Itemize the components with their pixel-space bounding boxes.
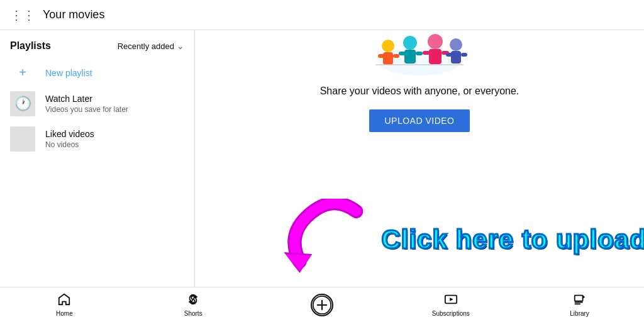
svg-rect-8	[416, 52, 423, 55]
svg-rect-10	[429, 49, 441, 64]
svg-marker-26	[582, 296, 585, 299]
sidebar-header: Playlists Recently added ⌄	[0, 38, 194, 59]
main-layout: Playlists Recently added ⌄ + New playlis…	[0, 30, 644, 287]
click-overlay: Click here to upload	[268, 199, 644, 280]
watch-later-meta: Videos you save for later	[45, 105, 128, 114]
svg-point-9	[428, 34, 443, 49]
liked-videos-item[interactable]: Liked videos No videos	[0, 121, 194, 157]
svg-marker-24	[450, 297, 453, 301]
add-circle-icon	[311, 294, 333, 316]
nav-library-label: Library	[570, 310, 589, 317]
page-title: Your movies	[43, 8, 104, 21]
nav-subscriptions-label: Subscriptions	[432, 310, 470, 317]
watch-later-item[interactable]: 🕐 Watch Later Videos you save for later	[0, 86, 194, 121]
svg-rect-4	[393, 54, 399, 58]
playlists-label: Playlists	[10, 40, 51, 52]
bottom-nav: Home Shorts Subscriptions	[0, 287, 644, 322]
svg-point-5	[403, 36, 417, 50]
sort-label: Recently added	[118, 42, 174, 51]
library-icon	[573, 292, 587, 309]
chevron-down-icon: ⌄	[177, 41, 184, 51]
watch-later-info: Watch Later Videos you save for later	[45, 94, 128, 114]
share-text: Share your videos with anyone, or everyo…	[320, 86, 519, 97]
watch-later-name: Watch Later	[45, 94, 128, 104]
liked-videos-name: Liked videos	[45, 129, 94, 139]
svg-point-1	[382, 40, 394, 52]
liked-videos-thumb	[10, 126, 35, 152]
header: ⋮⋮ Your movies	[0, 0, 644, 30]
svg-rect-6	[404, 50, 416, 64]
nav-library[interactable]: Library	[560, 292, 600, 317]
main-content: Share your videos with anyone, or everyo…	[195, 30, 644, 287]
new-playlist-item[interactable]: + New playlist	[0, 59, 194, 86]
svg-rect-11	[423, 51, 430, 55]
watch-later-thumb: 🕐	[10, 91, 35, 116]
upload-illustration	[369, 30, 470, 80]
liked-videos-info: Liked videos No videos	[45, 129, 94, 149]
liked-videos-meta: No videos	[45, 140, 94, 149]
nav-shorts[interactable]: Shorts	[173, 292, 213, 317]
new-playlist-label: New playlist	[45, 68, 92, 78]
nav-home-label: Home	[56, 310, 73, 317]
svg-rect-2	[383, 52, 393, 65]
nav-subscriptions[interactable]: Subscriptions	[431, 292, 471, 317]
svg-rect-25	[574, 296, 582, 301]
click-here-text: Click here to upload	[381, 225, 644, 255]
svg-point-13	[450, 38, 462, 51]
svg-rect-16	[461, 53, 467, 57]
nav-shorts-label: Shorts	[184, 310, 203, 317]
svg-marker-18	[284, 252, 312, 273]
shorts-icon	[186, 292, 200, 309]
svg-rect-14	[451, 51, 461, 64]
nav-home[interactable]: Home	[44, 292, 84, 317]
svg-rect-7	[399, 52, 406, 55]
nav-add[interactable]	[302, 294, 342, 316]
subscriptions-icon	[444, 292, 458, 309]
add-icon: +	[10, 65, 35, 80]
menu-dots-icon[interactable]: ⋮⋮	[10, 8, 35, 23]
clock-icon: 🕐	[14, 96, 31, 112]
upload-video-button[interactable]: UPLOAD VIDEO	[369, 109, 469, 132]
arrow-graphic	[268, 199, 381, 280]
sort-dropdown[interactable]: Recently added ⌄	[118, 41, 184, 51]
svg-rect-15	[446, 53, 452, 57]
svg-marker-19	[286, 254, 311, 271]
svg-rect-3	[378, 54, 384, 58]
home-icon	[57, 292, 71, 309]
sidebar: Playlists Recently added ⌄ + New playlis…	[0, 30, 195, 287]
